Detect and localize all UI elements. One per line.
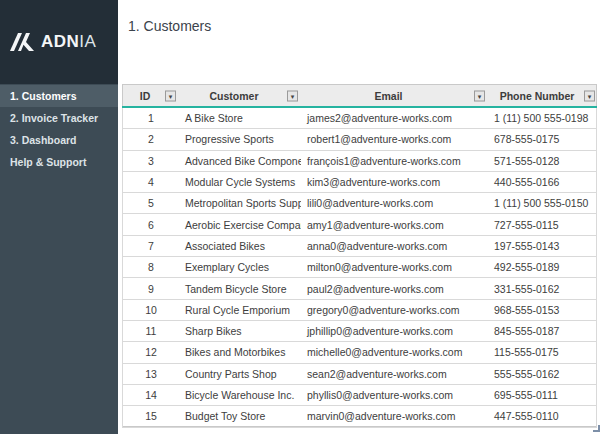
cell-id[interactable]: 1 (123, 108, 179, 128)
cell-customer[interactable]: Advanced Bike Components (179, 151, 301, 171)
cell-id[interactable]: 8 (123, 257, 179, 277)
cell-email[interactable]: michelle0@adventure-works.com (301, 342, 488, 362)
cell-email[interactable]: milton0@adventure-works.com (301, 257, 488, 277)
cell-id[interactable]: 15 (123, 406, 179, 426)
cell-email[interactable]: gregory0@adventure-works.com (301, 300, 488, 320)
column-header-id[interactable]: ID ▾ (123, 85, 179, 106)
sidebar: ADNIA 1. Customers 2. Invoice Tracker 3.… (0, 0, 118, 434)
cell-phone[interactable]: 845-555-0187 (488, 321, 598, 341)
cell-customer[interactable]: Sharp Bikes (179, 321, 301, 341)
column-header-phone-label: Phone Number (500, 90, 587, 102)
cell-phone[interactable]: 695-555-0111 (488, 385, 598, 405)
cell-id[interactable]: 4 (123, 172, 179, 192)
main-content: 1. Customers ID ▾ Customer ▾ Email ▾ Pho… (118, 0, 600, 434)
cell-email[interactable]: james2@adventure-works.com (301, 108, 488, 128)
cell-id[interactable]: 6 (123, 214, 179, 234)
app-window: ADNIA 1. Customers 2. Invoice Tracker 3.… (0, 0, 600, 434)
cell-email[interactable]: kim3@adventure-works.com (301, 172, 488, 192)
filter-dropdown-icon[interactable]: ▾ (584, 90, 595, 101)
column-header-customer[interactable]: Customer ▾ (179, 85, 301, 106)
cell-customer[interactable]: Progressive Sports (179, 129, 301, 149)
table-row: 12 Bikes and Motorbikes michelle0@advent… (123, 342, 596, 363)
column-header-id-label: ID (140, 90, 163, 102)
cell-id[interactable]: 3 (123, 151, 179, 171)
cell-phone[interactable]: 492-555-0189 (488, 257, 598, 277)
cell-phone[interactable]: 571-555-0128 (488, 151, 598, 171)
column-header-email[interactable]: Email ▾ (301, 85, 488, 106)
filter-dropdown-icon[interactable]: ▾ (474, 90, 485, 101)
cell-phone[interactable]: 555-555-0162 (488, 364, 598, 384)
table-body: 1 A Bike Store james2@adventure-works.co… (122, 108, 597, 428)
filter-dropdown-icon[interactable]: ▾ (287, 90, 298, 101)
table-row: 15 Budget Toy Store marvin0@adventure-wo… (123, 406, 596, 427)
filter-dropdown-icon[interactable]: ▾ (165, 90, 176, 101)
cell-customer[interactable]: Rural Cycle Emporium (179, 300, 301, 320)
cell-email[interactable]: françois1@adventure-works.com (301, 151, 488, 171)
cell-phone[interactable]: 968-555-0153 (488, 300, 598, 320)
cell-id[interactable]: 12 (123, 342, 179, 362)
cell-phone[interactable]: 197-555-0143 (488, 236, 598, 256)
adnia-logo-icon (9, 32, 35, 52)
table-row: 11 Sharp Bikes jphillip0@adventure-works… (123, 321, 596, 342)
table-resize-handle[interactable] (593, 425, 600, 432)
cell-customer[interactable]: Exemplary Cycles (179, 257, 301, 277)
cell-id[interactable]: 13 (123, 364, 179, 384)
cell-id[interactable]: 9 (123, 278, 179, 298)
cell-phone[interactable]: 678-555-0175 (488, 129, 598, 149)
cell-customer[interactable]: Bikes and Motorbikes (179, 342, 301, 362)
sidebar-item-customers[interactable]: 1. Customers (0, 85, 118, 107)
table-row: 9 Tandem Bicycle Store paul2@adventure-w… (123, 278, 596, 299)
cell-id[interactable]: 5 (123, 193, 179, 213)
cell-id[interactable]: 7 (123, 236, 179, 256)
logo-text-light: IA (79, 32, 96, 51)
cell-email[interactable]: paul2@adventure-works.com (301, 278, 488, 298)
table-row: 5 Metropolitan Sports Supply lili0@adven… (123, 193, 596, 214)
column-header-customer-label: Customer (209, 90, 270, 102)
cell-phone[interactable]: 115-555-0175 (488, 342, 598, 362)
cell-phone[interactable]: 727-555-0115 (488, 214, 598, 234)
sidebar-item-invoice-tracker[interactable]: 2. Invoice Tracker (0, 107, 118, 129)
sidebar-item-help-support[interactable]: Help & Support (0, 151, 118, 173)
cell-phone[interactable]: 1 (11) 500 555-0150 (488, 193, 598, 213)
cell-customer[interactable]: Modular Cycle Systems (179, 172, 301, 192)
sidebar-item-dashboard[interactable]: 3. Dashboard (0, 129, 118, 151)
cell-email[interactable]: amy1@adventure-works.com (301, 214, 488, 234)
logo-text-bold: ADN (41, 32, 79, 51)
cell-phone[interactable]: 1 (11) 500 555-0198 (488, 108, 598, 128)
cell-email[interactable]: phyllis0@adventure-works.com (301, 385, 488, 405)
cell-phone[interactable]: 331-555-0162 (488, 278, 598, 298)
cell-id[interactable]: 14 (123, 385, 179, 405)
table-row: 10 Rural Cycle Emporium gregory0@adventu… (123, 300, 596, 321)
cell-customer[interactable]: A Bike Store (179, 108, 301, 128)
table-row: 6 Aerobic Exercise Company amy1@adventur… (123, 214, 596, 235)
table-row: 2 Progressive Sports robert1@adventure-w… (123, 129, 596, 150)
cell-email[interactable]: robert1@adventure-works.com (301, 129, 488, 149)
table-header-row: ID ▾ Customer ▾ Email ▾ Phone Number ▾ (122, 84, 597, 106)
logo-block: ADNIA (0, 0, 118, 84)
cell-customer[interactable]: Bicycle Warehouse Inc. (179, 385, 301, 405)
cell-id[interactable]: 2 (123, 129, 179, 149)
cell-customer[interactable]: Tandem Bicycle Store (179, 278, 301, 298)
cell-id[interactable]: 10 (123, 300, 179, 320)
cell-customer[interactable]: Budget Toy Store (179, 406, 301, 426)
table-row: 1 A Bike Store james2@adventure-works.co… (123, 108, 596, 129)
cell-customer[interactable]: Aerobic Exercise Company (179, 214, 301, 234)
cell-customer[interactable]: Associated Bikes (179, 236, 301, 256)
table-row: 3 Advanced Bike Components françois1@adv… (123, 151, 596, 172)
column-header-phone[interactable]: Phone Number ▾ (488, 85, 598, 106)
cell-customer[interactable]: Metropolitan Sports Supply (179, 193, 301, 213)
cell-email[interactable]: lili0@adventure-works.com (301, 193, 488, 213)
cell-email[interactable]: marvin0@adventure-works.com (301, 406, 488, 426)
cell-phone[interactable]: 447-555-0110 (488, 406, 598, 426)
cell-customer[interactable]: Country Parts Shop (179, 364, 301, 384)
sidebar-nav: 1. Customers 2. Invoice Tracker 3. Dashb… (0, 85, 118, 173)
cell-id[interactable]: 11 (123, 321, 179, 341)
cell-email[interactable]: jphillip0@adventure-works.com (301, 321, 488, 341)
page-title: 1. Customers (128, 18, 211, 34)
cell-email[interactable]: sean2@adventure-works.com (301, 364, 488, 384)
column-header-email-label: Email (374, 90, 414, 102)
cell-phone[interactable]: 440-555-0166 (488, 172, 598, 192)
cell-email[interactable]: anna0@adventure-works.com (301, 236, 488, 256)
customers-table: ID ▾ Customer ▾ Email ▾ Phone Number ▾ (122, 84, 597, 428)
table-row: 13 Country Parts Shop sean2@adventure-wo… (123, 364, 596, 385)
